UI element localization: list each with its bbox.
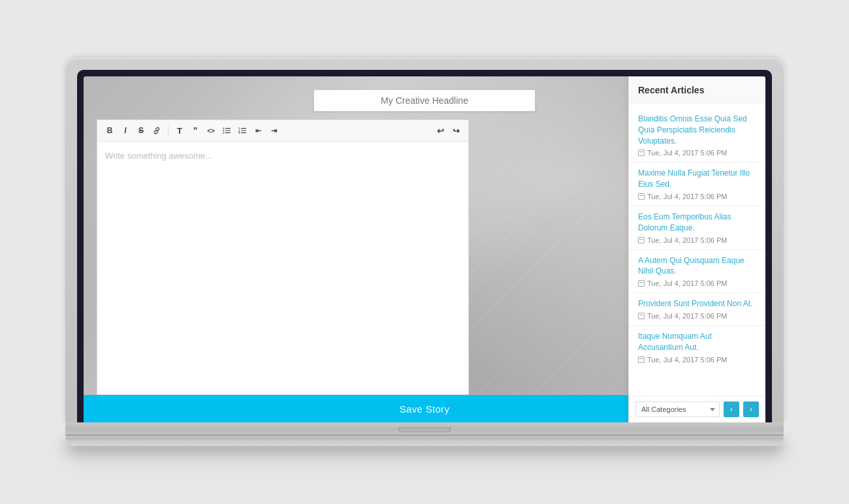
editor-body[interactable]: Write something awesome... [97,142,468,394]
bold-button[interactable]: B [103,123,117,138]
svg-point-5 [223,132,225,133]
svg-rect-0 [225,128,231,129]
article-date: Tue, Jul 4, 2017 5:06 PM [638,149,756,157]
calendar-icon [638,150,645,156]
svg-rect-2 [225,133,231,133]
undo-button[interactable]: ↩ [433,123,447,138]
calendar-icon [638,356,645,363]
article-link[interactable]: Maxime Nulla Fugiat Tenetur Illo Eius Se… [638,168,756,190]
article-item[interactable]: Provident Sunt Provident Non At. Tue, Ju… [629,293,765,326]
editor-placeholder: Write something awesome... [105,151,212,161]
font-button[interactable]: T [172,123,187,138]
article-date: Tue, Jul 4, 2017 5:06 PM [638,193,756,200]
laptop-frame: B I S T " [65,58,784,446]
calendar-icon [638,193,645,200]
indent-button[interactable]: ⇥ [266,123,281,138]
headline-input[interactable] [313,89,536,112]
sidebar-title: Recent Articles [638,85,704,95]
sidebar-footer: All CategoriesNewsSportsEntertainmentTec… [629,396,765,422]
calendar-icon [638,237,645,244]
svg-rect-6 [241,128,246,129]
link-button[interactable] [150,123,164,138]
article-date: Tue, Jul 4, 2017 5:06 PM [638,236,756,244]
article-link[interactable]: Blanditis Omnis Esse Quia Sed Quia Persp… [638,114,756,146]
redo-button[interactable]: ↪ [449,123,463,138]
article-date: Tue, Jul 4, 2017 5:06 PM [638,312,756,320]
sidebar-header: Recent Articles [629,76,765,103]
article-item[interactable]: Eos Eum Temporibus Alias Dolorum Eaque. … [629,206,765,250]
laptop-base [65,422,784,437]
strikethrough-button[interactable]: S [134,123,148,138]
screen: B I S T " [84,76,765,422]
ul-button[interactable] [219,123,234,138]
trackpad-notch [398,427,451,432]
article-link[interactable]: Itaque Numquam Aut Accusantium Aut. [638,331,756,353]
svg-rect-8 [241,133,246,133]
article-date: Tue, Jul 4, 2017 5:06 PM [638,356,756,364]
calendar-icon [638,280,645,287]
sidebar-articles: Blanditis Omnis Esse Quia Sed Quia Persp… [629,103,765,396]
svg-text:3.: 3. [238,131,240,134]
next-page-button[interactable]: › [743,402,759,417]
article-link[interactable]: Eos Eum Temporibus Alias Dolorum Eaque. [638,212,756,234]
editor-toolbar: B I S T " [97,120,468,142]
code-button[interactable]: <> [204,123,218,138]
article-item[interactable]: A Autem Qui Quisquam Eaque Nihil Quas. T… [629,250,765,294]
sidebar: Recent Articles Blanditis Omnis Esse Qui… [628,76,765,422]
outdent-button[interactable]: ⇤ [251,123,265,138]
ol-button[interactable]: 1. 2. 3. [235,123,249,138]
editor-container: B I S T " [97,119,469,395]
save-button-label: Save Story [400,403,449,415]
svg-point-3 [223,128,225,129]
article-link[interactable]: A Autem Qui Quisquam Eaque Nihil Quas. [638,255,756,277]
blockquote-button[interactable]: " [188,123,202,138]
italic-button[interactable]: I [118,123,133,138]
svg-rect-1 [225,130,231,131]
article-link[interactable]: Provident Sunt Provident Non At. [638,298,756,309]
article-item[interactable]: Blanditis Omnis Esse Quia Sed Quia Persp… [629,108,765,163]
category-select[interactable]: All CategoriesNewsSportsEntertainmentTec… [635,402,720,417]
laptop-lid: B I S T " [65,58,784,422]
article-date: Tue, Jul 4, 2017 5:06 PM [638,279,756,287]
prev-page-button[interactable]: ‹ [724,402,739,417]
laptop-bottom-bar [65,437,784,446]
calendar-icon [638,313,645,319]
svg-rect-7 [241,130,246,131]
svg-point-4 [223,130,225,131]
article-item[interactable]: Itaque Numquam Aut Accusantium Aut. Tue,… [629,326,765,369]
toolbar-divider-1 [168,125,168,136]
article-item[interactable]: Maxime Nulla Fugiat Tenetur Illo Eius Se… [629,163,765,206]
screen-bezel: B I S T " [77,70,772,422]
